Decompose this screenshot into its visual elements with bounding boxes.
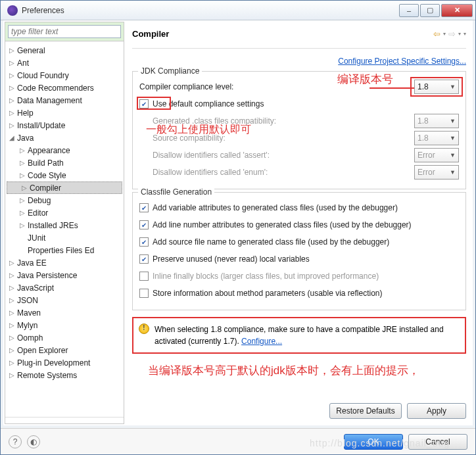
classfile-option-label: Preserve unused (never read) local varia… <box>153 254 459 264</box>
filter-input[interactable] <box>8 25 121 38</box>
tree-item-json[interactable]: ▷JSON <box>5 294 124 306</box>
minimize-button[interactable] <box>399 4 419 17</box>
classfile-option-label: Add variable attributes to generated cla… <box>153 203 459 212</box>
restore-defaults-button[interactable]: Restore Defaults <box>329 403 402 419</box>
classfile-checkbox[interactable] <box>139 237 149 247</box>
classfile-group: Classfile Generation Add variable attrib… <box>132 192 466 310</box>
warning-text: When selecting 1.8 compliance, make sure… <box>155 325 444 346</box>
tree-item-oomph[interactable]: ▷Oomph <box>5 331 124 344</box>
group-title: Classfile Generation <box>138 187 214 197</box>
tree-item-build-path[interactable]: ▷Build Path <box>5 156 124 169</box>
tree-item-ant[interactable]: ▷Ant <box>5 57 124 69</box>
annotation-2: 一般勾上使用默认即可 <box>146 123 251 137</box>
preferences-tree[interactable]: ▷General▷Ant▷Cloud Foundry▷Code Recommen… <box>5 41 124 417</box>
tree-item-appearance[interactable]: ▷Appearance <box>5 144 124 156</box>
eclipse-icon <box>7 5 18 16</box>
enum-select: Error▼ <box>414 165 459 180</box>
tree-item-installed-jres[interactable]: ▷Installed JREs <box>5 219 124 231</box>
tree-item-java[interactable]: ◢Java <box>5 132 124 144</box>
tree-item-plug-in-development[interactable]: ▷Plug-in Development <box>5 356 124 369</box>
classfile-checkbox <box>139 272 149 281</box>
cancel-button[interactable]: Cancel <box>408 434 467 450</box>
enum-label: Disallow identifiers called 'enum': <box>153 168 414 177</box>
preferences-window: Preferences ▷General▷Ant▷Cloud Foundry▷C… <box>0 0 476 455</box>
tree-item-install/update[interactable]: ▷Install/Update <box>5 119 124 132</box>
assert-label: Disallow identifiers called 'assert': <box>153 151 414 160</box>
tree-item-java-persistence[interactable]: ▷Java Persistence <box>5 269 124 281</box>
group-title: JDK Compliance <box>138 66 202 76</box>
sidebar: ▷General▷Ant▷Cloud Foundry▷Code Recommen… <box>5 22 124 424</box>
assert-select: Error▼ <box>414 148 459 162</box>
tree-item-javascript[interactable]: ▷JavaScript <box>5 281 124 294</box>
project-settings-link[interactable]: Configure Project Specific Settings... <box>338 57 466 66</box>
window-title: Preferences <box>22 6 398 15</box>
warning-icon <box>139 323 149 334</box>
classfile-checkbox[interactable] <box>139 289 149 298</box>
tree-item-junit[interactable]: JUnit <box>5 231 124 244</box>
compliance-level-select[interactable]: 1.8▼ <box>414 80 459 94</box>
tree-item-java-ee[interactable]: ▷Java EE <box>5 256 124 269</box>
classfile-checkbox[interactable] <box>139 254 149 264</box>
use-default-checkbox[interactable] <box>139 99 149 108</box>
titlebar: Preferences <box>1 1 475 20</box>
footer: ? ◐ OK Cancel http://blog.csdn.net/gnail… <box>1 428 475 454</box>
nav-fwd-icon[interactable]: ⇨ <box>448 29 456 39</box>
page-title: Compiler <box>132 29 169 39</box>
src-compat-select: 1.8▼ <box>414 131 459 145</box>
tree-item-help[interactable]: ▷Help <box>5 107 124 119</box>
tree-item-maven[interactable]: ▷Maven <box>5 306 124 319</box>
tree-item-open-explorer[interactable]: ▷Open Explorer <box>5 344 124 356</box>
apply-button[interactable]: Apply <box>407 403 466 419</box>
main-panel: Compiler ⇦▾ ⇨▾ ▾ Configure Project Speci… <box>127 22 471 424</box>
tree-item-remote-systems[interactable]: ▷Remote Systems <box>5 369 124 381</box>
jdk-compliance-group: JDK Compliance 编译版本号 Compiler compliance… <box>132 71 466 189</box>
tree-item-cloud-foundry[interactable]: ▷Cloud Foundry <box>5 69 124 82</box>
tree-item-data-management[interactable]: ▷Data Management <box>5 94 124 107</box>
gen-class-select: 1.8▼ <box>414 114 459 128</box>
close-button[interactable] <box>441 4 473 17</box>
classfile-option-label: Inline finally blocks (larger class file… <box>153 272 459 281</box>
classfile-option-label: Add line number attributes to generated … <box>153 220 459 229</box>
classfile-checkbox[interactable] <box>139 203 149 212</box>
import-export-icon[interactable]: ◐ <box>27 435 40 448</box>
configure-link[interactable]: Configure... <box>241 337 282 346</box>
maximize-button[interactable] <box>420 4 440 17</box>
tree-item-compiler[interactable]: ▷Compiler <box>7 181 122 194</box>
tree-item-code-style[interactable]: ▷Code Style <box>5 169 124 181</box>
warning-box: When selecting 1.8 compliance, make sure… <box>132 317 466 354</box>
classfile-option-label: Add source file name to generated class … <box>153 237 459 247</box>
classfile-option-label: Store information about method parameter… <box>153 289 459 298</box>
nav-back-icon[interactable]: ⇦ <box>433 29 440 39</box>
nav-toolbar: ⇦▾ ⇨▾ ▾ <box>433 29 466 39</box>
tree-item-general[interactable]: ▷General <box>5 44 124 57</box>
tree-item-properties-files-ed[interactable]: Properties Files Ed <box>5 244 124 256</box>
help-icon[interactable]: ? <box>9 435 22 448</box>
tree-item-editor[interactable]: ▷Editor <box>5 206 124 219</box>
tree-item-mylyn[interactable]: ▷Mylyn <box>5 319 124 331</box>
annotation-1: 编译版本号 <box>337 72 393 87</box>
classfile-checkbox[interactable] <box>139 220 149 229</box>
ok-button[interactable]: OK <box>344 434 403 450</box>
annotation-3: 当编译版本号高于默认的jdk版本时，会有上面的提示， <box>148 362 466 379</box>
tree-item-debug[interactable]: ▷Debug <box>5 194 124 206</box>
tree-item-code-recommenders[interactable]: ▷Code Recommenders <box>5 82 124 94</box>
use-default-label: Use default compliance settings <box>153 99 459 108</box>
filter-box <box>5 22 124 41</box>
